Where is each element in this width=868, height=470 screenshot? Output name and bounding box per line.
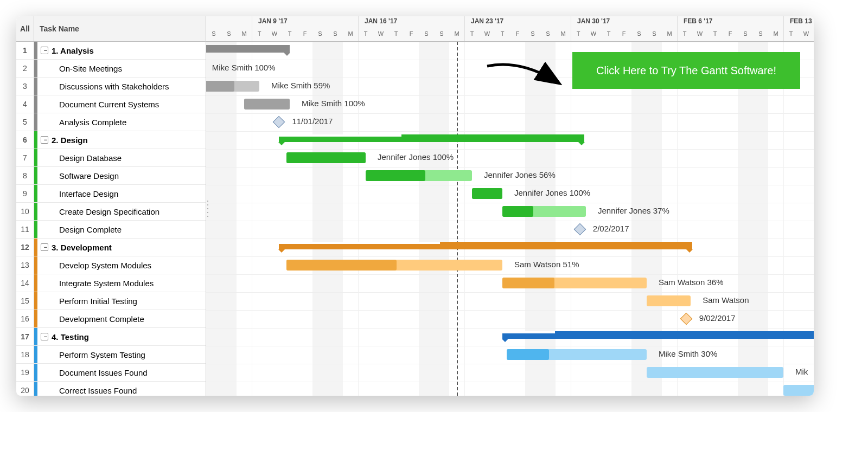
task-name-cell[interactable]: Document Current Systems xyxy=(37,95,206,113)
task-name-cell[interactable]: −1. Analysis xyxy=(37,42,206,59)
collapse-toggle[interactable]: − xyxy=(41,47,48,54)
task-bar[interactable] xyxy=(507,349,647,360)
task-row[interactable]: 17−4. Testing xyxy=(16,328,206,346)
milestone-icon[interactable] xyxy=(273,116,285,128)
task-row[interactable]: 2On-Site Meetings xyxy=(16,60,206,78)
task-name-cell[interactable]: Integrate System Modules xyxy=(37,274,206,292)
collapse-toggle[interactable]: − xyxy=(41,136,48,144)
week-label: FEB 13 '17 xyxy=(790,17,814,25)
task-bar[interactable] xyxy=(286,152,366,163)
task-bar[interactable] xyxy=(647,295,691,306)
task-name-cell[interactable]: −3. Development xyxy=(37,239,206,256)
task-progress xyxy=(502,206,533,217)
weekend-shade xyxy=(419,42,434,396)
task-row[interactable]: 4Document Current Systems xyxy=(16,95,206,113)
collapse-toggle[interactable]: − xyxy=(41,333,48,340)
task-name-label: Design Database xyxy=(41,153,122,163)
task-bar[interactable] xyxy=(244,99,290,110)
task-name-cell[interactable]: Design Database xyxy=(37,149,206,166)
task-name-cell[interactable]: Development Complete xyxy=(37,310,206,327)
column-resize-handle[interactable] xyxy=(206,199,209,218)
gantt-app: All Task Name 1−1. Analysis2On-Site Meet… xyxy=(16,16,814,396)
week-label: JAN 16 '17 xyxy=(365,17,397,25)
column-header-task-name[interactable]: Task Name xyxy=(34,16,206,41)
collapse-toggle[interactable]: − xyxy=(41,243,48,251)
day-label: S xyxy=(328,30,343,37)
summary-bar[interactable] xyxy=(279,242,692,249)
task-name-label: Perform System Testing xyxy=(41,350,145,359)
task-name-cell[interactable]: Perform Initial Testing xyxy=(37,292,206,310)
task-bar[interactable] xyxy=(783,385,814,396)
task-bar[interactable] xyxy=(502,278,647,288)
task-bar[interactable] xyxy=(366,170,472,181)
task-row[interactable]: 14Integrate System Modules xyxy=(16,274,206,292)
task-name-cell[interactable]: Develop System Modules xyxy=(37,256,206,274)
row-number: 2 xyxy=(16,60,34,77)
task-row[interactable]: 8Software Design xyxy=(16,167,206,185)
day-label: M xyxy=(343,30,358,37)
task-name-cell[interactable]: −2. Design xyxy=(37,131,206,149)
task-name-cell[interactable]: Software Design xyxy=(37,167,206,184)
task-bar[interactable] xyxy=(286,260,502,271)
summary-bar[interactable] xyxy=(206,45,290,53)
summary-bar[interactable] xyxy=(279,134,584,142)
task-name-cell[interactable]: Perform System Testing xyxy=(37,346,206,363)
task-bar[interactable] xyxy=(647,367,783,378)
task-name-cell[interactable]: Document Issues Found xyxy=(37,364,206,381)
task-row[interactable]: 9Interface Design xyxy=(16,185,206,203)
task-row[interactable]: 10Create Design Specification xyxy=(16,203,206,221)
day-label: M xyxy=(768,30,783,37)
task-bar[interactable] xyxy=(472,188,502,199)
task-name-cell[interactable]: On-Site Meetings xyxy=(37,60,206,77)
grid-row-line xyxy=(206,364,814,364)
task-name-cell[interactable]: −4. Testing xyxy=(37,328,206,345)
grid-row-line xyxy=(206,131,814,132)
milestone-icon[interactable] xyxy=(573,223,586,236)
today-marker xyxy=(457,42,458,396)
summary-bar[interactable] xyxy=(502,331,814,339)
gantt-grid[interactable]: Mike Smith 100%Mike Smith 59%Mike Smith … xyxy=(206,42,814,396)
column-header-all[interactable]: All xyxy=(16,16,34,41)
task-name-cell[interactable]: Correct Issues Found xyxy=(37,382,206,396)
task-name-cell[interactable]: Interface Design xyxy=(37,185,206,202)
milestone-icon[interactable] xyxy=(680,313,692,325)
task-row[interactable]: 20Correct Issues Found xyxy=(16,382,206,396)
task-progress xyxy=(206,81,234,92)
week-label: JAN 23 '17 xyxy=(471,17,503,25)
task-bar[interactable] xyxy=(206,81,259,92)
row-number: 10 xyxy=(16,203,34,220)
task-name-cell[interactable]: Design Complete xyxy=(37,221,206,238)
task-row[interactable]: 11Design Complete xyxy=(16,221,206,239)
day-label: T xyxy=(707,30,723,37)
bar-label: Mike Smith 30% xyxy=(659,349,717,358)
timeline-panel[interactable]: '7JAN 9 '17JAN 16 '17JAN 23 '17JAN 30 '1… xyxy=(206,16,814,396)
cta-button[interactable]: Click Here to Try The Gantt Software! xyxy=(572,52,800,89)
task-row[interactable]: 16Development Complete xyxy=(16,310,206,328)
task-name-cell[interactable]: Analysis Complete xyxy=(37,113,206,131)
task-row[interactable]: 19Document Issues Found xyxy=(16,364,206,382)
row-number: 16 xyxy=(16,310,34,327)
bar-label: 2/02/2017 xyxy=(593,224,629,233)
task-row[interactable]: 1−1. Analysis xyxy=(16,42,206,60)
bar-label: Sam Watson 51% xyxy=(514,260,579,269)
task-name-cell[interactable]: Discussions with Stakeholders xyxy=(37,78,206,95)
task-row[interactable]: 6−2. Design xyxy=(16,131,206,149)
task-row[interactable]: 13Develop System Modules xyxy=(16,256,206,274)
summary-progress xyxy=(502,331,555,333)
task-name-label: Perform Initial Testing xyxy=(41,297,137,306)
weekend-shade xyxy=(631,42,647,396)
task-row[interactable]: 15Perform Initial Testing xyxy=(16,292,206,310)
task-row[interactable]: 5Analysis Complete xyxy=(16,113,206,131)
grid-row-line xyxy=(206,382,814,382)
task-row[interactable]: 12−3. Development xyxy=(16,239,206,256)
bar-label: Mike Smith 100% xyxy=(212,63,276,72)
task-progress xyxy=(244,99,290,110)
task-name-cell[interactable]: Create Design Specification xyxy=(37,203,206,220)
task-row[interactable]: 7Design Database xyxy=(16,149,206,167)
task-row[interactable]: 3Discussions with Stakeholders xyxy=(16,78,206,95)
task-name-label: Software Design xyxy=(41,171,119,181)
day-label: T xyxy=(783,30,799,37)
day-label: F xyxy=(616,30,631,37)
task-row[interactable]: 18Perform System Testing xyxy=(16,346,206,364)
task-bar[interactable] xyxy=(502,206,586,217)
